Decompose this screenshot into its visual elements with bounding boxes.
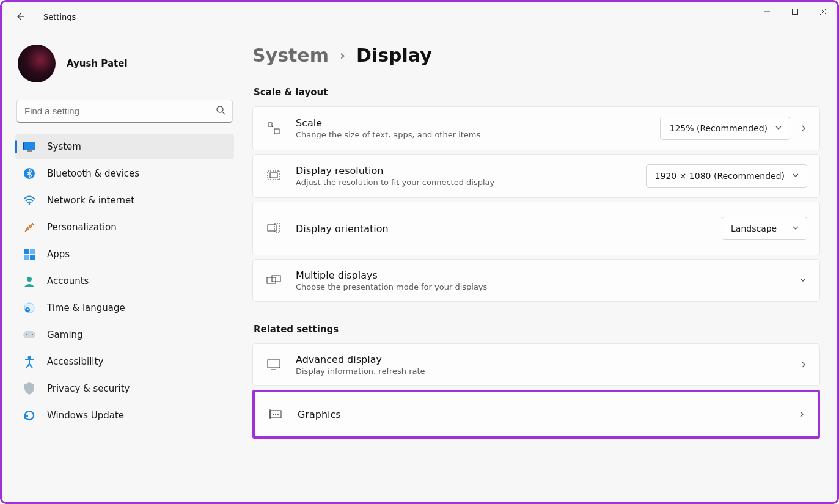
svg-point-9 [29,203,31,205]
svg-rect-6 [24,142,35,150]
row-resolution[interactable]: Display resolution Adjust the resolution… [252,154,820,198]
row-title: Graphics [298,409,785,420]
maximize-icon [792,9,798,15]
sidebar-item-label: Bluetooth & devices [47,168,139,179]
resolution-icon [265,167,282,184]
time-icon [23,301,36,315]
settings-window: Settings Ayush Patel System [0,0,839,504]
row-sub: Change the size of text, apps, and other… [296,130,647,139]
sidebar-item-label: Apps [47,249,70,260]
sidebar-item-time[interactable]: Time & language [15,295,234,321]
dropdown-value: 1920 × 1080 (Recommended) [655,171,785,181]
system-icon [23,140,36,153]
row-sub: Choose the presentation mode for your di… [296,282,785,291]
row-graphics[interactable]: Graphics [252,390,820,439]
orientation-icon [265,220,282,237]
orientation-dropdown[interactable]: Landscape [722,217,807,240]
sidebar-item-label: Accessibility [47,356,103,367]
minimize-button[interactable] [753,2,781,21]
brush-icon [23,221,36,234]
sidebar-item-system[interactable]: System [15,134,234,159]
svg-point-18 [26,334,27,335]
back-button[interactable] [9,5,31,27]
svg-rect-28 [272,276,280,282]
svg-rect-10 [24,249,29,254]
scale-icon [265,120,282,137]
svg-rect-25 [268,225,276,231]
svg-point-19 [32,334,33,335]
row-sub: Adjust the resolution to fit your connec… [296,178,632,187]
sidebar-item-label: Windows Update [47,410,124,421]
back-arrow-icon [15,12,25,21]
row-multiple-displays[interactable]: Multiple displays Choose the presentatio… [252,259,820,302]
section-title-scale-layout: Scale & layout [254,87,820,98]
svg-point-14 [27,277,32,282]
window-controls [753,2,837,21]
avatar [18,45,56,82]
sidebar-item-privacy[interactable]: Privacy & security [15,376,234,401]
chevron-right-icon [800,123,807,134]
section-title-related: Related settings [254,324,820,335]
minimize-icon [764,9,770,15]
svg-rect-7 [27,150,32,152]
profile-block[interactable]: Ayush Patel [15,41,234,93]
row-sub: Display information, refresh rate [296,367,786,376]
dropdown-value: Landscape [731,224,777,233]
svg-point-35 [277,414,279,415]
monitor-icon [265,356,282,373]
graphics-icon [267,406,284,423]
svg-rect-27 [267,277,276,283]
svg-rect-22 [274,129,279,134]
svg-rect-13 [30,255,35,260]
dropdown-value: 125% (Recommended) [669,123,768,133]
titlebar: Settings [2,2,837,31]
sidebar-item-personalization[interactable]: Personalization [15,214,234,240]
svg-rect-12 [24,255,29,260]
close-button[interactable] [809,2,837,21]
row-orientation[interactable]: Display orientation Landscape [252,202,820,255]
wifi-icon [23,194,36,207]
sidebar-item-update[interactable]: Windows Update [15,403,234,428]
close-icon [820,9,826,15]
sidebar-item-network[interactable]: Network & internet [15,188,234,213]
row-title: Multiple displays [296,269,785,281]
sidebar-item-gaming[interactable]: Gaming [15,322,234,348]
chevron-down-icon [775,123,782,133]
breadcrumb-parent[interactable]: System [252,45,329,66]
search-input[interactable] [16,100,233,123]
svg-rect-17 [23,331,35,338]
svg-rect-29 [268,360,280,368]
sidebar-item-accounts[interactable]: Accounts [15,268,234,294]
sidebar: Ayush Patel System Bluetooth & devices [2,31,240,502]
sidebar-item-apps[interactable]: Apps [15,241,234,267]
row-title: Scale [296,117,647,129]
sidebar-item-bluetooth[interactable]: Bluetooth & devices [15,161,234,186]
multiple-displays-icon [265,272,282,289]
sidebar-item-label: Gaming [47,329,83,340]
sidebar-item-label: Privacy & security [47,383,130,394]
nav-list: System Bluetooth & devices Network & int… [15,134,234,428]
accessibility-icon [23,355,36,368]
profile-name: Ayush Patel [67,58,128,69]
scale-dropdown[interactable]: 125% (Recommended) [660,117,790,140]
accounts-icon [23,274,36,288]
chevron-right-icon [800,359,807,371]
resolution-dropdown[interactable]: 1920 × 1080 (Recommended) [646,164,807,188]
bluetooth-icon [23,167,36,180]
row-scale[interactable]: Scale Change the size of text, apps, and… [252,106,820,150]
svg-rect-11 [30,249,35,254]
svg-point-33 [273,414,274,415]
sidebar-item-label: Network & internet [47,195,134,206]
row-title: Advanced display [296,354,786,365]
app-title: Settings [43,12,76,21]
row-advanced-display[interactable]: Advanced display Display information, re… [252,343,820,386]
sidebar-item-label: Accounts [47,276,89,287]
chevron-down-icon [799,275,807,287]
main-content: System › Display Scale & layout Scale Ch… [240,31,837,502]
breadcrumb: System › Display [252,45,820,66]
maximize-button[interactable] [781,2,809,21]
update-icon [23,409,36,422]
sidebar-item-label: Personalization [47,222,117,233]
sidebar-item-accessibility[interactable]: Accessibility [15,349,234,374]
search-box [16,100,233,123]
